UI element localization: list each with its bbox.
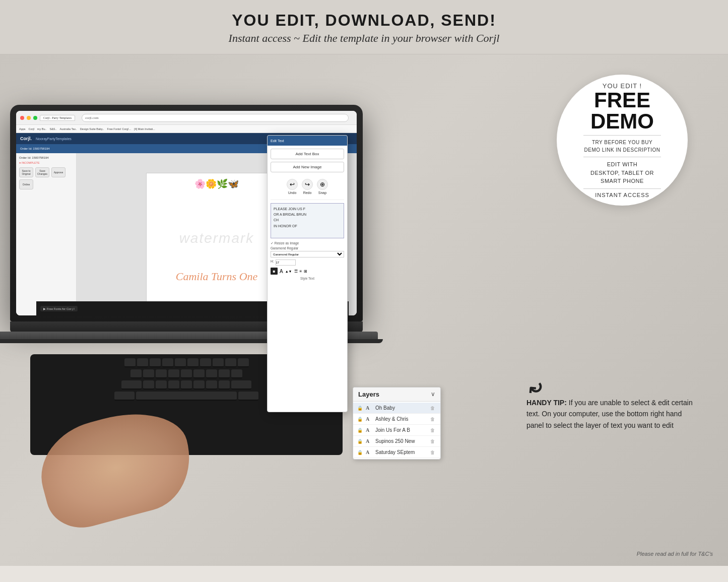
corjl-sidebar: Order Id: 1500758194 ● INCOMPLETE Save t…	[16, 153, 77, 315]
layer-item[interactable]: 🔒 A Saturday SEptem 🗑	[353, 447, 440, 458]
snap-button[interactable]: ⊕ Snap	[317, 179, 328, 195]
sidebar-approve[interactable]: Approve	[51, 167, 65, 177]
sidebar-status: ● INCOMPLETE	[19, 161, 73, 164]
key-g	[181, 369, 192, 378]
add-text-box-button[interactable]: Add Text Box	[271, 149, 344, 159]
layer-item[interactable]: 🔒 A Ashley & Chris 🗑	[353, 414, 440, 425]
sidebar-icons: Save to Original Save Changes Approve On…	[19, 167, 73, 189]
bookmark-sas[interactable]: S&S..	[50, 127, 57, 131]
key-b	[193, 380, 205, 390]
bookmark-australia[interactable]: Australia Tav..	[60, 127, 77, 131]
bookmark-corjl[interactable]: Corjl	[29, 127, 34, 131]
layer-delete-1[interactable]: 🗑	[430, 406, 436, 411]
demo-demo-label: DEMO	[590, 111, 654, 132]
floating-panel-content: Add Text Box Add New Image ↩ Undo ↪ Redo…	[268, 146, 347, 285]
layers-panel: Layers ∨ 🔒 A Oh Baby 🗑 🔒 A Ashley & Chri…	[353, 387, 441, 460]
layer-item[interactable]: 🔒 A Oh Baby 🗑	[353, 403, 440, 414]
key-shift-right	[231, 380, 251, 390]
layer-lock-icon-5: 🔒	[357, 450, 363, 455]
fp-format-icon1[interactable]: ☰	[294, 269, 298, 274]
fp-formatting-row: ■ A ▲▼ ☰ ≡ ⊞	[271, 268, 344, 275]
taskbar-free-fonts[interactable]: ▶ Free Fonts for Cor j l	[40, 306, 78, 311]
fp-font-select[interactable]: Garamond Regular	[271, 251, 344, 257]
bookmark-design[interactable]: Design Suite Baby..	[80, 127, 104, 131]
corjl-nav-item[interactable]: NoorayPartyTemplates	[36, 137, 72, 141]
key-a	[130, 369, 142, 378]
banner-subheadline: Instant access ~ Edit the template in yo…	[10, 32, 718, 45]
banner-headline: YOU EDIT, DOWNLOAD, SEND!	[10, 11, 718, 30]
fp-format-icon3[interactable]: ⊞	[304, 269, 307, 274]
fp-format-bold[interactable]: A	[280, 269, 283, 274]
key-c	[168, 380, 179, 390]
canvas-watermark: watermark	[179, 230, 254, 246]
layer-delete-4[interactable]: 🗑	[430, 439, 436, 444]
bookmark-email[interactable]: [4] Main Invitati...	[134, 127, 155, 131]
layer-delete-2[interactable]: 🗑	[430, 417, 436, 422]
sidebar-online[interactable]: Online	[19, 179, 33, 189]
fp-text-preview: PLEASE JOIN US FOR A BRIDAL BRUNCHIN HON…	[271, 203, 344, 238]
layer-item[interactable]: 🔒 A Supinos 250 New 🗑	[353, 436, 440, 447]
bookmark-free[interactable]: Free Fonts! Corg!...	[107, 127, 131, 131]
sidebar-save-original[interactable]: Save to Original	[19, 167, 33, 177]
key-u	[200, 358, 211, 367]
key-v	[181, 380, 192, 390]
undo-icon: ↩	[287, 179, 298, 190]
key-t	[175, 358, 186, 367]
layer-item[interactable]: 🔒 A Join Us For A B 🗑	[353, 425, 440, 436]
key-k	[219, 369, 230, 378]
key-w	[137, 358, 148, 367]
main-area: Corjl - Party Templates corjl.com Apps C…	[0, 54, 728, 566]
bookmark-mybu[interactable]: my Bu..	[37, 127, 47, 131]
floating-panel-header: Edit Text	[268, 136, 347, 146]
fp-format-size[interactable]: ▲▼	[285, 270, 292, 273]
key-e	[150, 358, 161, 367]
layers-header[interactable]: Layers ∨	[353, 387, 440, 402]
browser-minimize-btn[interactable]	[27, 116, 31, 120]
key-n	[206, 380, 217, 390]
fp-resize-label: ✓ Resize as Image	[271, 241, 344, 245]
key-ctrl	[114, 392, 135, 401]
fp-height-input[interactable]	[276, 260, 296, 266]
key-shift-left	[121, 380, 142, 390]
browser-tab[interactable]: Corjl - Party Templates	[40, 115, 75, 121]
fp-header-text: Edit Text	[271, 139, 284, 143]
sidebar-save-changes[interactable]: Save Changes	[35, 167, 49, 177]
handy-tip-section: HANDY TIP: If you are unable to select &…	[526, 397, 698, 431]
key-h	[193, 369, 205, 378]
browser-close-btn[interactable]	[20, 116, 24, 120]
layer-delete-5[interactable]: 🗑	[430, 450, 436, 455]
layer-type-4: A	[366, 438, 373, 444]
redo-button[interactable]: ↪ Redo	[302, 179, 313, 195]
fp-color-swatch[interactable]: ■	[271, 268, 278, 275]
key-o	[225, 358, 236, 367]
undo-redo-snap-row: ↩ Undo ↪ Redo ⊕ Snap	[271, 175, 344, 197]
key-y	[187, 358, 198, 367]
browser-maximize-btn[interactable]	[33, 116, 37, 120]
add-new-image-button[interactable]: Add New Image	[271, 162, 344, 172]
snap-icon: ⊕	[317, 179, 328, 190]
fp-font-label: Garamond Regular	[271, 246, 344, 250]
layer-name-saturday: Saturday SEptem	[375, 449, 428, 455]
demo-circle: YOU EDIT ! FREE DEMO TRY BEFORE YOU BUYD…	[557, 75, 688, 206]
layers-title: Layers	[358, 391, 379, 398]
undo-button[interactable]: ↩ Undo	[287, 179, 298, 195]
browser-chrome: Corjl - Party Templates corjl.com	[16, 111, 357, 125]
layer-delete-3[interactable]: 🗑	[430, 428, 436, 433]
key-space	[136, 392, 237, 401]
redo-icon: ↪	[302, 179, 313, 190]
corjl-logo: Corjl.	[20, 136, 32, 141]
demo-edit-with-text: EDIT WITHDESKTOP, TABLET ORSMART PHONE	[590, 160, 654, 185]
key-p	[238, 358, 249, 367]
fp-height-label: H:	[271, 260, 274, 265]
layer-type-1: A	[366, 405, 373, 411]
fp-format-icon2[interactable]: ≡	[300, 269, 302, 274]
canvas-design: 🌸🌼🌿🦋 🦋 watermark Camila Turns One	[146, 173, 287, 304]
redo-label: Redo	[303, 191, 312, 195]
bookmark-apps[interactable]: Apps	[19, 127, 26, 131]
layers-list: 🔒 A Oh Baby 🗑 🔒 A Ashley & Chris 🗑 🔒 A J…	[353, 402, 440, 459]
key-l	[231, 369, 242, 378]
key-x	[156, 380, 167, 390]
fp-size-row: H:	[271, 260, 344, 266]
browser-urlbar[interactable]: corjl.com	[82, 114, 349, 122]
layer-type-3: A	[366, 427, 373, 433]
